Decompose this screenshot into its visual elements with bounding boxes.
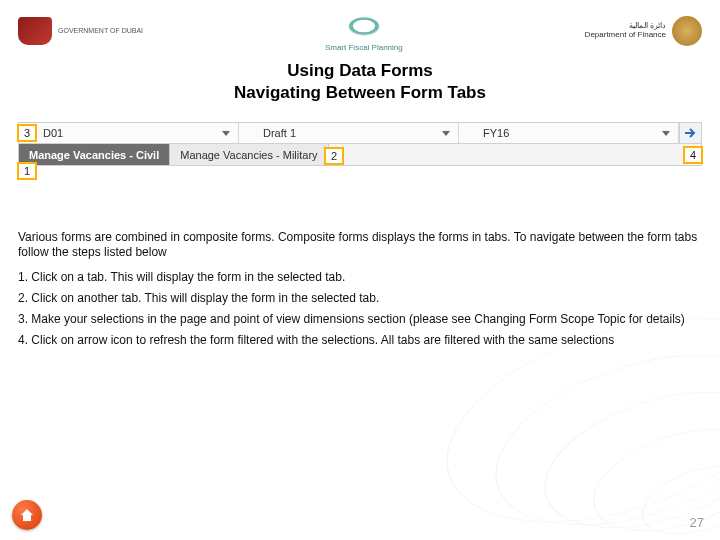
home-icon (19, 507, 35, 523)
chevron-down-icon (442, 131, 450, 136)
form-tabs: Manage Vacancies - Civil Manage Vacancie… (18, 144, 702, 166)
title-line1: Using Data Forms (0, 60, 720, 82)
pov-entity-selector[interactable]: D01 (19, 123, 239, 143)
logo-smart-fiscal: Smart Fiscal Planning (325, 11, 403, 52)
pov-year-value: FY16 (483, 127, 509, 139)
step-4: 4. Click on arrow icon to refresh the fo… (18, 333, 702, 348)
chevron-down-icon (662, 131, 670, 136)
refresh-arrow-button[interactable] (679, 123, 701, 143)
logo-right-en: Department of Finance (585, 31, 666, 40)
header-logos: GOVERNMENT OF DUBAI Smart Fiscal Plannin… (0, 0, 720, 58)
step-3: 3. Make your selections in the page and … (18, 312, 702, 327)
background-rings-decoration (440, 340, 720, 540)
logo-right-caption: دائرة المالية Department of Finance (585, 22, 666, 40)
pov-scenario-selector[interactable]: Draft 1 (239, 123, 459, 143)
title-line2: Navigating Between Form Tabs (0, 82, 720, 104)
logo-center-caption: Smart Fiscal Planning (325, 43, 403, 52)
callout-1: 1 (17, 162, 37, 180)
intro-text: Various forms are combined in composite … (18, 230, 702, 260)
ring-icon (349, 17, 379, 34)
slide-title: Using Data Forms Navigating Between Form… (0, 60, 720, 104)
step-1: 1. Click on a tab. This will display the… (18, 270, 702, 285)
dubai-emblem-icon (18, 17, 52, 45)
pov-entity-value: D01 (43, 127, 63, 139)
arrow-right-icon (684, 127, 698, 139)
pov-year-selector[interactable]: FY16 (459, 123, 679, 143)
callout-4: 4 (683, 146, 703, 164)
pov-scenario-value: Draft 1 (263, 127, 296, 139)
page-number: 27 (690, 515, 704, 530)
logo-gov-dubai: GOVERNMENT OF DUBAI (18, 17, 143, 45)
logo-dof: دائرة المالية Department of Finance (585, 16, 702, 46)
pov-row: D01 Draft 1 FY16 (18, 122, 702, 144)
logo-left-caption: GOVERNMENT OF DUBAI (58, 27, 143, 35)
home-button[interactable] (12, 500, 42, 530)
tab-manage-vacancies-civil[interactable]: Manage Vacancies - Civil (19, 144, 170, 165)
callout-2: 2 (324, 147, 344, 165)
chevron-down-icon (222, 131, 230, 136)
form-screenshot: D01 Draft 1 FY16 Manage Vacancies - Civi… (18, 122, 702, 166)
tab-manage-vacancies-military[interactable]: Manage Vacancies - Military (170, 144, 328, 165)
instruction-content: Various forms are combined in composite … (18, 230, 702, 348)
callout-3: 3 (17, 124, 37, 142)
step-2: 2. Click on another tab. This will displ… (18, 291, 702, 306)
seal-icon (672, 16, 702, 46)
